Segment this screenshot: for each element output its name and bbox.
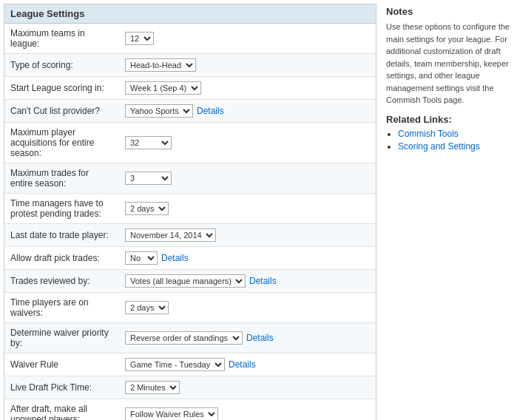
- waiver_priority-details-link[interactable]: Details: [246, 333, 274, 343]
- setting-control: 1 day2 days3 days7 days: [119, 194, 376, 224]
- setting-control: Yahoo SportsNoneDetails: [119, 100, 376, 123]
- table-row: Can't Cut list provider?Yahoo SportsNone…: [4, 100, 376, 123]
- table-row: Live Draft Pick Time:1 Minute2 Minutes3 …: [4, 376, 376, 399]
- setting-control: No limit10203250: [119, 123, 376, 163]
- max_acquisitions-select[interactable]: No limit10203250: [125, 136, 172, 149]
- setting-control: Head-to-HeadRotisseriePoints: [119, 54, 376, 77]
- sidebar-notes-title: Notes: [386, 6, 511, 17]
- sidebar-notes-text: Use these options to configure the main …: [386, 21, 511, 106]
- setting-label: Last date to trade player:: [4, 224, 119, 247]
- setting-label: Type of scoring:: [4, 54, 119, 77]
- trades_reviewed-details-link[interactable]: Details: [249, 276, 277, 286]
- table-row: Waiver RuleGame Time - TuesdayGame Time …: [4, 353, 376, 376]
- draft_pick_trades-select[interactable]: YesNo: [125, 251, 158, 265]
- sidebar-related-title: Related Links:: [386, 114, 511, 125]
- setting-control: No limit123510: [119, 163, 376, 194]
- setting-control: November 14, 2014November 21, 2014: [119, 224, 376, 247]
- cant_cut-details-link[interactable]: Details: [197, 106, 224, 116]
- setting-control: 810121416: [119, 24, 376, 54]
- sidebar: Notes Use these options to configure the…: [380, 0, 517, 420]
- waiver_time-select[interactable]: 1 day2 days3 days7 days: [125, 301, 169, 314]
- trades_reviewed-select[interactable]: Votes (all league managers)CommissionerN…: [125, 274, 246, 288]
- draft_pick_time-select[interactable]: 1 Minute2 Minutes3 Minutes5 Minutes: [125, 381, 180, 394]
- settings-table: Maximum teams in league:810121416Type of…: [4, 24, 376, 420]
- setting-label: Time players are on waivers:: [4, 293, 119, 323]
- table-row: Maximum player acquisitions for entire s…: [4, 123, 376, 163]
- setting-label: Time managers have to protest pending tr…: [4, 194, 119, 224]
- max_trades-select[interactable]: No limit123510: [125, 172, 172, 185]
- setting-label: Start League scoring in:: [4, 77, 119, 100]
- protest_trades-select[interactable]: 1 day2 days3 days7 days: [125, 202, 169, 215]
- table-row: Trades reviewed by:Votes (all league man…: [4, 270, 376, 293]
- sidebar-links-list: Commish ToolsScoring and Settings: [386, 129, 511, 152]
- sidebar-link[interactable]: Scoring and Settings: [398, 141, 480, 152]
- type_scoring-select[interactable]: Head-to-HeadRotisseriePoints: [125, 58, 196, 72]
- section-title: League Settings: [10, 8, 84, 19]
- setting-control: Week 1 (Sep 4)Week 2Week 3: [119, 77, 376, 100]
- table-row: Time managers have to protest pending tr…: [4, 194, 376, 224]
- table-row: Type of scoring:Head-to-HeadRotisseriePo…: [4, 54, 376, 77]
- unowned_players-select[interactable]: Follow Waiver RulesFree AgentsWaivers: [125, 407, 218, 420]
- table-row: Last date to trade player:November 14, 2…: [4, 224, 376, 247]
- sidebar-link[interactable]: Commish Tools: [398, 129, 459, 139]
- setting-label: Determine waiver priority by:: [4, 323, 119, 353]
- setting-label: Live Draft Pick Time:: [4, 376, 119, 399]
- draft_pick_trades-details-link[interactable]: Details: [161, 253, 189, 263]
- sidebar-link-item: Scoring and Settings: [398, 141, 511, 152]
- setting-control: YesNoDetails: [119, 247, 376, 270]
- last_trade_date-select[interactable]: November 14, 2014November 21, 2014: [125, 228, 216, 242]
- main-content: League Settings Maximum teams in league:…: [4, 4, 376, 420]
- max_teams-select[interactable]: 810121416: [125, 32, 154, 45]
- setting-label: Trades reviewed by:: [4, 270, 119, 293]
- waiver_priority-select[interactable]: Reverse order of standingsWaiver claim o…: [125, 331, 243, 345]
- waiver_rule-select[interactable]: Game Time - TuesdayGame Time - DailyNeve…: [125, 358, 225, 371]
- table-row: Time players are on waivers:1 day2 days3…: [4, 293, 376, 323]
- table-row: Determine waiver priority by:Reverse ord…: [4, 323, 376, 353]
- setting-label: Maximum player acquisitions for entire s…: [4, 123, 119, 163]
- setting-control: Votes (all league managers)CommissionerN…: [119, 270, 376, 293]
- cant_cut-select[interactable]: Yahoo SportsNone: [125, 104, 193, 118]
- setting-label: Maximum trades for entire season:: [4, 163, 119, 194]
- setting-label: Waiver Rule: [4, 353, 119, 376]
- table-row: Allow draft pick trades:YesNoDetails: [4, 247, 376, 270]
- setting-label: After draft, make all unowned players:: [4, 399, 119, 421]
- page-container: League Settings Maximum teams in league:…: [0, 0, 517, 420]
- setting-label: Maximum teams in league:: [4, 24, 119, 54]
- setting-control: Reverse order of standingsWaiver claim o…: [119, 323, 376, 353]
- start_scoring-select[interactable]: Week 1 (Sep 4)Week 2Week 3: [125, 81, 201, 95]
- setting-label: Can't Cut list provider?: [4, 100, 119, 123]
- setting-control: Follow Waiver RulesFree AgentsWaivers: [119, 399, 376, 421]
- section-header: League Settings: [4, 4, 376, 24]
- setting-control: Game Time - TuesdayGame Time - DailyNeve…: [119, 353, 376, 376]
- table-row: Maximum trades for entire season:No limi…: [4, 163, 376, 194]
- setting-control: 1 Minute2 Minutes3 Minutes5 Minutes: [119, 376, 376, 399]
- waiver_rule-details-link[interactable]: Details: [229, 359, 256, 370]
- table-row: After draft, make all unowned players:Fo…: [4, 399, 376, 421]
- setting-control: 1 day2 days3 days7 days: [119, 293, 376, 323]
- sidebar-link-item: Commish Tools: [398, 129, 511, 139]
- table-row: Maximum teams in league:810121416: [4, 24, 376, 54]
- table-row: Start League scoring in:Week 1 (Sep 4)We…: [4, 77, 376, 100]
- setting-label: Allow draft pick trades:: [4, 247, 119, 270]
